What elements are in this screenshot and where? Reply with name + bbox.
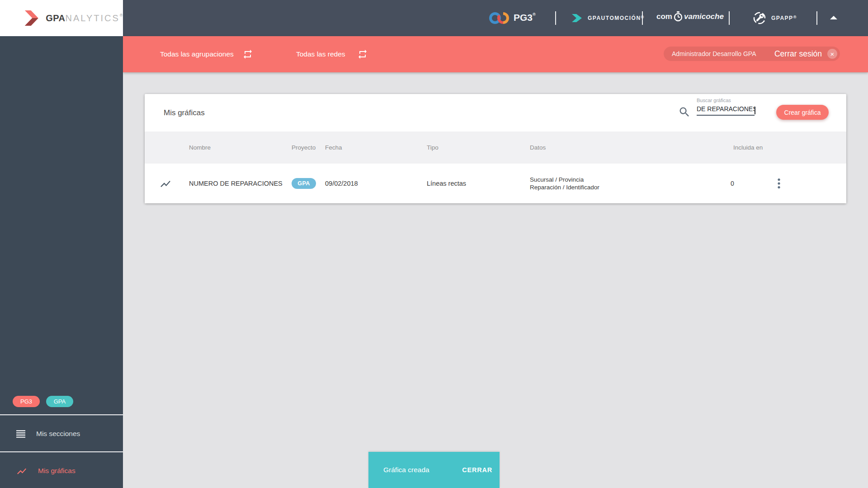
brand-pg3[interactable]: PG3® bbox=[514, 12, 536, 23]
brand-gpautomocion[interactable]: GPAUTOMOCIÓN® bbox=[588, 15, 645, 21]
stopwatch-icon bbox=[673, 11, 683, 22]
registered-mark: ® bbox=[120, 13, 123, 18]
badge-gpa[interactable]: GPA bbox=[46, 396, 73, 407]
search-input[interactable] bbox=[697, 104, 755, 116]
header-proyecto: Proyecto bbox=[292, 131, 316, 164]
project-badge: GPA bbox=[292, 178, 316, 189]
cell-nombre[interactable]: NUMERO DE REPARACIONES bbox=[189, 164, 283, 203]
datos-line-1: Sucursal / Provincia bbox=[530, 176, 599, 183]
table-row[interactable]: NUMERO DE REPARACIONES GPA 09/02/2018 Lí… bbox=[145, 164, 846, 203]
sidebar: PG3 GPA Mis secciones Mis gráficas bbox=[0, 36, 123, 488]
sidebar-divider bbox=[0, 414, 123, 415]
cell-datos: Sucursal / Provincia Reparación / Identi… bbox=[530, 164, 599, 203]
registered-mark: ® bbox=[533, 12, 536, 17]
row-chart-icon-wrap bbox=[160, 164, 171, 203]
separator bbox=[729, 11, 730, 25]
sidebar-item-label: Mis secciones bbox=[36, 430, 80, 438]
row-menu-button[interactable] bbox=[772, 164, 786, 203]
brand-comprova-suffix: vamicoche bbox=[684, 12, 724, 21]
filter-agrupaciones[interactable]: Todas las agrupaciones bbox=[160, 36, 234, 72]
brand-comprovamicoche[interactable]: com vamicoche bbox=[656, 11, 724, 22]
swap-redes-icon[interactable] bbox=[357, 49, 368, 60]
top-bar: PG3® GPAUTOMOCIÓN® com vamicoche GPA bbox=[0, 0, 868, 36]
logout-icon[interactable]: × bbox=[827, 49, 837, 59]
registered-mark: ® bbox=[793, 15, 797, 19]
create-chart-button[interactable]: Crear gráfica bbox=[776, 105, 829, 120]
cell-incluida-en: 0 bbox=[731, 164, 734, 203]
chart-line-icon bbox=[16, 467, 27, 475]
separator bbox=[555, 11, 556, 25]
header-datos: Datos bbox=[530, 131, 546, 164]
badge-pg3[interactable]: PG3 bbox=[13, 396, 40, 407]
brand-comprova-prefix: com bbox=[656, 12, 672, 21]
header-incluida: Incluida en bbox=[733, 131, 763, 164]
page-title: Mis gráficas bbox=[164, 94, 205, 131]
logo-bold-text: GPA bbox=[46, 13, 65, 23]
cell-tipo: Líneas rectas bbox=[427, 164, 466, 203]
sidebar-item-graficas[interactable]: Mis gráficas bbox=[0, 453, 123, 488]
header-fecha: Fecha bbox=[325, 131, 342, 164]
snackbar: Gráfica creada CERRAR bbox=[368, 452, 500, 488]
header-tipo: Tipo bbox=[427, 131, 439, 164]
row-menu-wrap bbox=[772, 164, 786, 203]
table-header: Nombre Proyecto Fecha Tipo Datos Incluid… bbox=[145, 131, 846, 164]
filter-bar: Todas las agrupaciones Todas las redes A… bbox=[123, 36, 868, 72]
sidebar-item-secciones[interactable]: Mis secciones bbox=[0, 416, 123, 452]
brand-gpautomocion-label: GPAUTOMOCIÓN bbox=[588, 15, 641, 21]
user-name: Administrador Desarrollo GPA bbox=[672, 50, 756, 57]
filter-redes[interactable]: Todas las redes bbox=[296, 36, 345, 72]
datos-line-2: Reparación / Identificador bbox=[530, 183, 599, 191]
gpa-analytics-logo[interactable]: GPANALYTICS® bbox=[0, 0, 123, 36]
sidebar-divider bbox=[0, 451, 123, 452]
pg3-infinity-icon[interactable] bbox=[488, 10, 510, 26]
text-caret bbox=[755, 107, 755, 114]
gpa-analytics-wordmark: GPANALYTICS® bbox=[46, 13, 123, 23]
brand-pg3-label: PG3 bbox=[514, 12, 533, 23]
swap-agrupaciones-icon[interactable] bbox=[242, 49, 253, 60]
snackbar-close-button[interactable]: CERRAR bbox=[462, 466, 492, 474]
search-field: Buscar gráficas bbox=[697, 98, 755, 116]
logo-light-text: NALYTICS bbox=[66, 13, 120, 23]
cell-proyecto: GPA bbox=[292, 164, 316, 203]
cell-fecha: 09/02/2018 bbox=[325, 164, 358, 203]
snackbar-message: Gráfica creada bbox=[383, 466, 429, 474]
sidebar-badges: PG3 GPA bbox=[13, 396, 73, 407]
app-root: PG3® GPAUTOMOCIÓN® com vamicoche GPA bbox=[0, 0, 868, 488]
separator bbox=[642, 11, 643, 25]
charts-card: Mis gráficas Buscar gráficas Crear gráfi… bbox=[145, 94, 846, 203]
user-session-pill: Administrador Desarrollo GPA Cerrar sesi… bbox=[664, 47, 840, 61]
header-nombre: Nombre bbox=[189, 131, 211, 164]
sidebar-item-label: Mis gráficas bbox=[38, 467, 75, 475]
brand-gpapp[interactable]: GPAPP® bbox=[771, 15, 797, 21]
more-vert-icon bbox=[778, 178, 780, 189]
gpautomocion-arrow-icon[interactable] bbox=[571, 12, 583, 24]
menu-icon bbox=[16, 430, 25, 438]
gpa-arrow-icon bbox=[21, 6, 40, 30]
logout-button[interactable]: Cerrar sesión bbox=[774, 49, 822, 59]
separator bbox=[816, 11, 817, 25]
gpapp-wrench-icon[interactable] bbox=[752, 11, 767, 25]
search-label: Buscar gráficas bbox=[697, 98, 755, 103]
search-icon[interactable] bbox=[678, 106, 691, 118]
collapse-arrow-icon[interactable] bbox=[830, 16, 837, 19]
row-chart-icon bbox=[160, 179, 171, 188]
brand-gpapp-label: GPAPP bbox=[771, 15, 793, 21]
